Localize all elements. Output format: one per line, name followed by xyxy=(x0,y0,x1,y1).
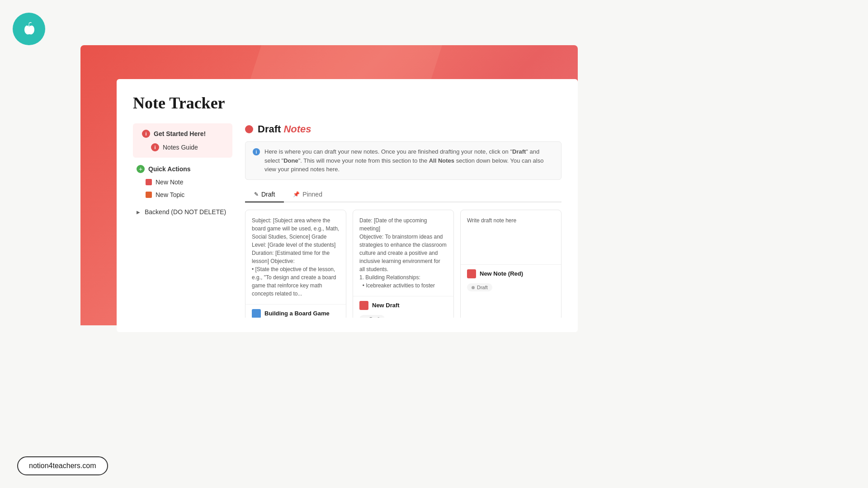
card-2-title: New Draft xyxy=(372,302,447,309)
new-note-item[interactable]: New Note xyxy=(133,176,232,188)
card-3-text: Write draft note here xyxy=(467,216,555,225)
logo-icon: N xyxy=(13,13,45,45)
card-3-title: New Note (Red) xyxy=(480,270,555,277)
table-row: Write draft note here New Note (Red) Dra… xyxy=(460,210,561,318)
draft-title: Draft Notes xyxy=(258,123,311,135)
new-topic-item[interactable]: New Topic xyxy=(133,188,232,201)
info-icon: i xyxy=(142,130,150,138)
card-1-footer: Building a Board Game xyxy=(245,304,346,318)
card-3-badge-area: Draft xyxy=(461,283,561,296)
badge-dot xyxy=(364,318,367,318)
get-started-item[interactable]: i Get Started Here! xyxy=(138,127,227,141)
card-3-footer: New Note (Red) xyxy=(461,264,561,283)
website-text: notion4teachers.com xyxy=(29,462,96,469)
tabs-row: ✎ Draft 📌 Pinned xyxy=(245,187,561,202)
cards-grid: Subject: [Subject area where the board g… xyxy=(245,210,561,318)
quick-actions-label: Quick Actions xyxy=(148,165,191,173)
logo: N xyxy=(13,13,45,45)
card-3-badge: Draft xyxy=(467,283,492,291)
backend-section: ▶ Backend (DO NOT DELETE) xyxy=(133,206,232,218)
backend-label: Backend (DO NOT DELETE) xyxy=(145,208,226,216)
main-content: Note Tracker i Get Started Here! i Notes… xyxy=(117,79,578,332)
badge-dot xyxy=(472,286,475,289)
card-2-body: Date: [Date of the upcoming meeting] Obj… xyxy=(353,210,453,296)
draft-dot xyxy=(245,125,253,133)
card-1-icon xyxy=(252,309,261,318)
notes-guide-item[interactable]: i Notes Guide xyxy=(138,141,227,154)
tab-pinned-icon: 📌 xyxy=(293,191,300,197)
card-1-body: Subject: [Subject area where the board g… xyxy=(245,210,346,304)
website-badge: notion4teachers.com xyxy=(17,456,108,475)
get-started-label: Get Started Here! xyxy=(154,130,206,137)
draft-accent: Notes xyxy=(283,123,311,135)
card-3-icon xyxy=(467,269,476,278)
draft-notes-header: Draft Notes xyxy=(245,123,561,135)
tab-draft[interactable]: ✎ Draft xyxy=(245,187,284,202)
info-box-text: Here is where you can draft your new not… xyxy=(264,147,554,174)
card-2-text: Date: [Date of the upcoming meeting] Obj… xyxy=(359,216,447,290)
notes-guide-icon: i xyxy=(151,143,159,151)
right-content: Draft Notes i Here is where you can draf… xyxy=(245,123,561,318)
card-3-body: Write draft note here xyxy=(461,210,561,264)
info-box: i Here is where you can draft your new n… xyxy=(245,141,561,180)
new-topic-label: New Topic xyxy=(156,191,184,198)
new-topic-icon xyxy=(146,192,152,198)
new-note-icon xyxy=(146,179,152,185)
card-2-badge: Draft xyxy=(359,315,385,318)
quick-actions-header[interactable]: + Quick Actions xyxy=(133,162,232,176)
table-row: Date: [Date of the upcoming meeting] Obj… xyxy=(353,210,454,318)
card-2-icon xyxy=(359,301,368,310)
backend-item[interactable]: ▶ Backend (DO NOT DELETE) xyxy=(133,206,232,218)
quick-actions-section: + Quick Actions New Note New Topic xyxy=(133,162,232,201)
left-sidebar: i Get Started Here! i Notes Guide + Quic… xyxy=(133,123,232,318)
card-2-badge-area: Draft xyxy=(353,314,453,318)
tab-pinned[interactable]: 📌 Pinned xyxy=(284,187,331,202)
page-title: Note Tracker xyxy=(133,94,561,113)
card-1-title: Building a Board Game xyxy=(264,310,340,317)
card-2-footer: New Draft xyxy=(353,296,453,314)
triangle-icon: ▶ xyxy=(137,210,140,215)
notes-guide-label: Notes Guide xyxy=(163,144,198,151)
card-1-text: Subject: [Subject area where the board g… xyxy=(252,216,340,298)
get-started-section: i Get Started Here! i Notes Guide xyxy=(133,123,232,158)
tab-draft-icon: ✎ xyxy=(254,191,259,197)
info-box-icon: i xyxy=(253,148,260,155)
new-note-label: New Note xyxy=(156,178,183,186)
plus-icon: + xyxy=(137,165,145,173)
table-row: Subject: [Subject area where the board g… xyxy=(245,210,346,318)
